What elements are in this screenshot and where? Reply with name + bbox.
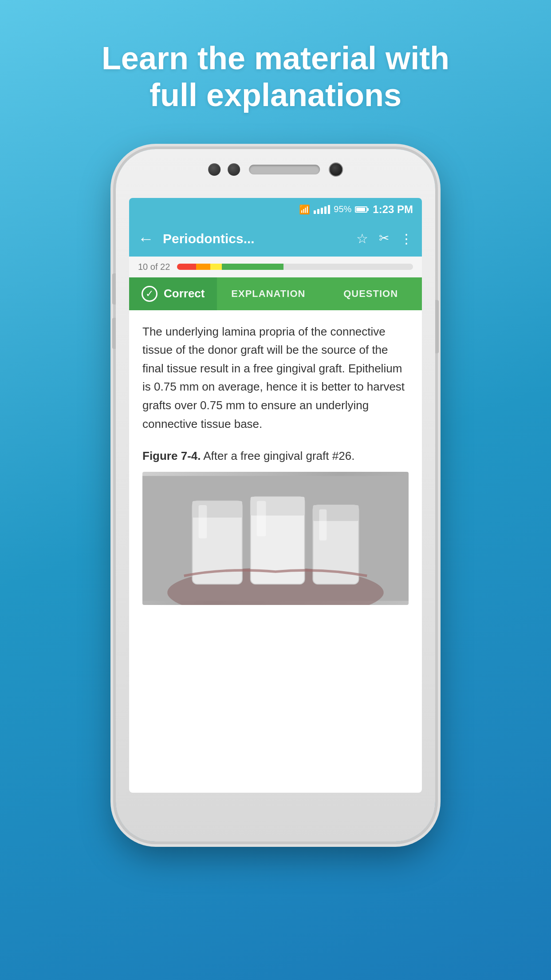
- wifi-icon: 📶: [299, 204, 310, 215]
- progress-label: 10 of 22: [138, 262, 170, 272]
- screen: 📶 95% 1:23 PM ← Periodontics..: [129, 198, 422, 793]
- front-camera: [329, 162, 343, 177]
- progress-orange: [196, 264, 210, 270]
- share-icon[interactable]: ✂: [379, 231, 389, 246]
- battery-percent: 95%: [334, 204, 351, 214]
- camera-dot-1: [208, 163, 220, 176]
- status-bar: 📶 95% 1:23 PM: [129, 198, 422, 221]
- teeth-diagram: [142, 472, 409, 605]
- progress-yellow: [210, 264, 222, 270]
- svg-rect-8: [199, 505, 207, 538]
- more-icon[interactable]: ⋮: [400, 231, 413, 246]
- content-area: The underlying lamina propria of the con…: [129, 310, 422, 618]
- status-time: 1:23 PM: [373, 203, 413, 216]
- back-button[interactable]: ←: [138, 229, 154, 248]
- toolbar-action-icons: ☆ ✂ ⋮: [356, 231, 413, 246]
- figure-image: [142, 472, 409, 605]
- volume-down-button: [112, 318, 116, 349]
- app-toolbar: ← Periodontics... ☆ ✂ ⋮: [129, 221, 422, 257]
- phone-mockup: 📶 95% 1:23 PM ← Periodontics..: [116, 149, 435, 842]
- tab-correct[interactable]: ✓ Correct: [129, 277, 217, 310]
- toolbar-title: Periodontics...: [163, 231, 347, 246]
- progress-green: [222, 264, 283, 270]
- power-button: [435, 300, 439, 353]
- svg-rect-10: [319, 510, 327, 541]
- speaker: [249, 165, 320, 174]
- volume-up-button: [112, 273, 116, 304]
- camera-area: [208, 163, 240, 176]
- signal-bars-icon: [314, 205, 330, 214]
- tab-explanation[interactable]: EXPLANATION: [217, 277, 319, 310]
- figure-caption: After a free gingival graft #26.: [201, 449, 354, 462]
- figure-label: Figure 7-4. After a free gingival graft …: [142, 449, 409, 463]
- star-icon[interactable]: ☆: [356, 231, 368, 246]
- headline: Learn the material with full explanation…: [76, 40, 475, 114]
- explanation-text: The underlying lamina propria of the con…: [142, 323, 409, 434]
- svg-rect-9: [257, 501, 266, 537]
- progress-area: 10 of 22: [129, 257, 422, 277]
- correct-label: Correct: [164, 287, 205, 300]
- check-circle-icon: ✓: [142, 286, 157, 302]
- camera-dot-2: [228, 163, 240, 176]
- progress-bar: [177, 264, 413, 270]
- phone-top: [135, 162, 416, 177]
- tabs-bar: ✓ Correct EXPLANATION QUESTION: [129, 277, 422, 310]
- tab-question[interactable]: QUESTION: [319, 277, 422, 310]
- status-icons: 📶 95%: [299, 204, 367, 215]
- battery-icon: [355, 206, 367, 213]
- progress-red: [177, 264, 196, 270]
- figure-label-bold: Figure 7-4.: [142, 449, 201, 462]
